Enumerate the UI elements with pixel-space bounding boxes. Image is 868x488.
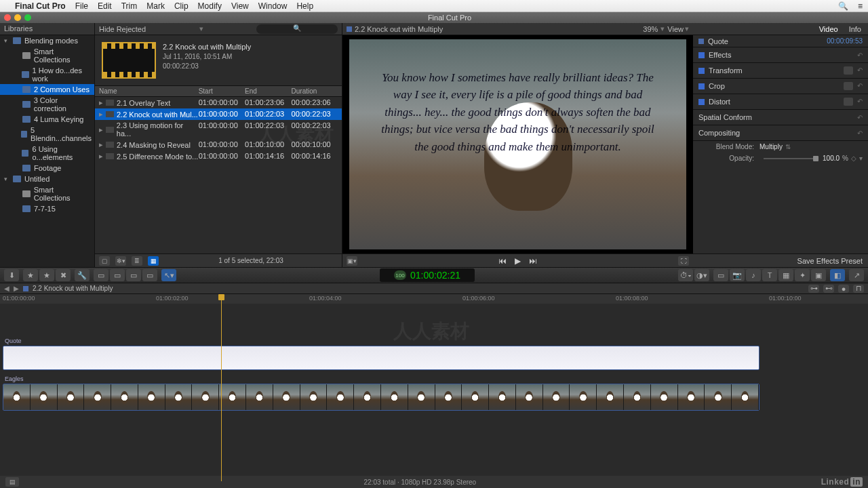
timeline[interactable]: 01:00:00:0001:00:02:0001:00:04:0001:00:0… bbox=[0, 294, 868, 481]
opacity-slider[interactable] bbox=[764, 158, 818, 159]
play-button[interactable]: ▶ bbox=[515, 256, 521, 266]
chevron-down-icon[interactable]: ▾ bbox=[859, 155, 863, 162]
hide-rejected-menu[interactable]: Hide Rejected bbox=[99, 25, 146, 33]
filmstrip-area[interactable]: 2.2 Knock out with Multiply Jul 11, 2016… bbox=[95, 35, 342, 85]
overwrite-clip-button[interactable]: ▭ bbox=[142, 269, 157, 281]
tab-video[interactable]: Video bbox=[819, 25, 838, 33]
menu-view[interactable]: View bbox=[231, 1, 249, 11]
window-close-button[interactable] bbox=[4, 14, 11, 21]
insert-clip-button[interactable]: ▭ bbox=[110, 269, 125, 281]
keyword-button[interactable]: ★ bbox=[23, 269, 38, 281]
reset-icon[interactable]: ↶ bbox=[857, 82, 863, 90]
col-start[interactable]: Start bbox=[199, 87, 245, 95]
macos-menubar[interactable]: Final Cut Pro File Edit Trim Mark Clip M… bbox=[0, 0, 868, 12]
viewer-view-menu[interactable]: View bbox=[667, 25, 684, 33]
append-clip-button[interactable]: ▭ bbox=[126, 269, 141, 281]
sidebar-item[interactable]: 7-7-15 bbox=[0, 203, 94, 214]
window-minimize-button[interactable] bbox=[14, 14, 21, 21]
sidebar-item[interactable]: 1 How do...des work bbox=[0, 65, 94, 84]
chevron-updown-icon[interactable]: ⇅ bbox=[785, 143, 791, 150]
menu-extras-icon[interactable]: ≡ bbox=[858, 1, 863, 11]
section-compositing[interactable]: Compositing ↶ bbox=[693, 125, 868, 141]
solo-toggle[interactable]: ● bbox=[838, 285, 849, 293]
chevron-down-icon[interactable]: ▾ bbox=[660, 24, 665, 33]
timecode-display[interactable]: 100 01:00:02:21 bbox=[380, 268, 475, 282]
table-row[interactable]: ▸2.2 Knock out with Mul...01:00:00:0001:… bbox=[95, 108, 342, 120]
reset-icon[interactable]: ↶ bbox=[857, 52, 863, 59]
section-transform[interactable]: Transform ↶ bbox=[693, 63, 868, 79]
viewer-zoom[interactable]: 39% bbox=[643, 25, 658, 33]
audio-skimming-toggle[interactable]: ⊷ bbox=[823, 285, 834, 293]
crop-toggle[interactable] bbox=[698, 83, 705, 89]
effects-toggle[interactable] bbox=[698, 52, 705, 58]
section-effects[interactable]: Effects ↶ bbox=[693, 47, 868, 63]
import-icon[interactable]: ▢ bbox=[99, 256, 110, 266]
sidebar-item[interactable]: 6 Using o...elements bbox=[0, 144, 94, 163]
menu-file[interactable]: File bbox=[75, 1, 88, 11]
opacity-value[interactable]: 100.0 bbox=[823, 155, 840, 162]
section-spatial-conform[interactable]: Spatial Conform ↶ bbox=[693, 110, 868, 125]
menu-edit[interactable]: Edit bbox=[98, 1, 112, 11]
table-row[interactable]: ▸2.1 Overlay Text01:00:00:0001:00:23:060… bbox=[95, 97, 342, 108]
sidebar-item[interactable]: 5 Blendin...channels bbox=[0, 125, 94, 144]
effects-browser-button[interactable]: ▣ bbox=[811, 269, 826, 281]
sidebar-item[interactable]: 4 Luma Keying bbox=[0, 114, 94, 125]
photos-browser-button[interactable]: 📷 bbox=[730, 269, 745, 281]
snapping-toggle[interactable]: ⊓ bbox=[853, 285, 864, 293]
track-quote[interactable]: Quote bbox=[3, 346, 760, 370]
fullscreen-icon[interactable]: ⛶ bbox=[678, 256, 689, 266]
menu-trim[interactable]: Trim bbox=[121, 1, 138, 11]
browser-search-input[interactable]: 🔍 bbox=[256, 24, 338, 34]
next-edit-button[interactable]: ⏭ bbox=[529, 256, 537, 266]
timeline-index-button[interactable]: ▤ bbox=[5, 477, 19, 487]
inspector-toggle[interactable]: ◧ bbox=[830, 269, 845, 281]
clip-settings-menu[interactable]: ◑▾ bbox=[694, 269, 709, 281]
list-view-icon[interactable]: ≣ bbox=[132, 256, 142, 266]
sidebar-item[interactable]: ▾Blending modes bbox=[0, 35, 94, 46]
reset-icon[interactable]: ↶ bbox=[857, 66, 863, 75]
keyframe-icon[interactable]: ◇ bbox=[851, 155, 856, 162]
timeline-history-fwd[interactable]: ▶ bbox=[14, 285, 19, 292]
onscreen-controls-icon[interactable] bbox=[844, 66, 853, 75]
sidebar-item[interactable]: Smart Collections bbox=[0, 46, 94, 65]
sidebar-item[interactable]: 3 Color correction bbox=[0, 95, 94, 114]
app-menu[interactable]: Final Cut Pro bbox=[15, 1, 66, 11]
col-duration[interactable]: Duration bbox=[292, 87, 338, 95]
chevron-down-icon[interactable]: ▾ bbox=[199, 24, 203, 33]
reset-icon[interactable]: ↶ bbox=[857, 129, 863, 137]
themes-browser-button[interactable]: ✦ bbox=[795, 269, 810, 281]
generators-browser-button[interactable]: ▦ bbox=[778, 269, 793, 281]
table-row[interactable]: ▸2.3 Using motion for ha...01:00:00:0001… bbox=[95, 120, 342, 139]
chevron-down-icon[interactable]: ▾ bbox=[685, 24, 689, 33]
save-effects-preset-button[interactable]: Save Effects Preset bbox=[797, 257, 863, 265]
menu-clip[interactable]: Clip bbox=[174, 1, 189, 11]
tab-info[interactable]: Info bbox=[849, 25, 861, 33]
timeline-ruler[interactable]: 01:00:00:0001:00:02:0001:00:04:0001:00:0… bbox=[0, 294, 868, 304]
share-button[interactable]: ↗ bbox=[849, 269, 864, 281]
connect-clip-button[interactable]: ▭ bbox=[94, 269, 108, 281]
action-menu-icon[interactable]: ✻▾ bbox=[115, 256, 126, 266]
clip-thumbnail[interactable] bbox=[102, 42, 156, 79]
spotlight-icon[interactable]: 🔍 bbox=[838, 1, 848, 11]
media-library-button[interactable]: ▭ bbox=[713, 269, 728, 281]
distort-toggle[interactable] bbox=[698, 99, 705, 105]
menu-mark[interactable]: Mark bbox=[146, 1, 165, 11]
sidebar-item[interactable]: 2 Common Uses bbox=[0, 84, 94, 95]
sidebar-item[interactable]: Smart Collections bbox=[0, 184, 94, 203]
playhead[interactable] bbox=[221, 294, 222, 481]
col-end[interactable]: End bbox=[245, 87, 291, 95]
library-tree[interactable]: ▾Blending modesSmart Collections1 How do… bbox=[0, 35, 94, 267]
prev-edit-button[interactable]: ⏮ bbox=[498, 256, 507, 266]
select-tool[interactable]: ↖▾ bbox=[161, 269, 176, 281]
table-row[interactable]: ▸2.5 Difference Mode to...01:00:00:0001:… bbox=[95, 150, 342, 162]
music-browser-button[interactable]: ♪ bbox=[746, 269, 761, 281]
reset-icon[interactable]: ↶ bbox=[857, 98, 863, 106]
menu-modify[interactable]: Modify bbox=[198, 1, 222, 11]
menu-help[interactable]: Help bbox=[296, 1, 313, 11]
retime-menu[interactable]: ⏱▾ bbox=[678, 269, 693, 281]
sidebar-item[interactable]: Footage bbox=[0, 163, 94, 174]
timeline-history-back[interactable]: ◀ bbox=[4, 285, 9, 292]
onscreen-controls-icon[interactable] bbox=[844, 82, 853, 90]
window-zoom-button[interactable] bbox=[24, 14, 31, 21]
reject-button[interactable]: ✖ bbox=[56, 269, 71, 281]
